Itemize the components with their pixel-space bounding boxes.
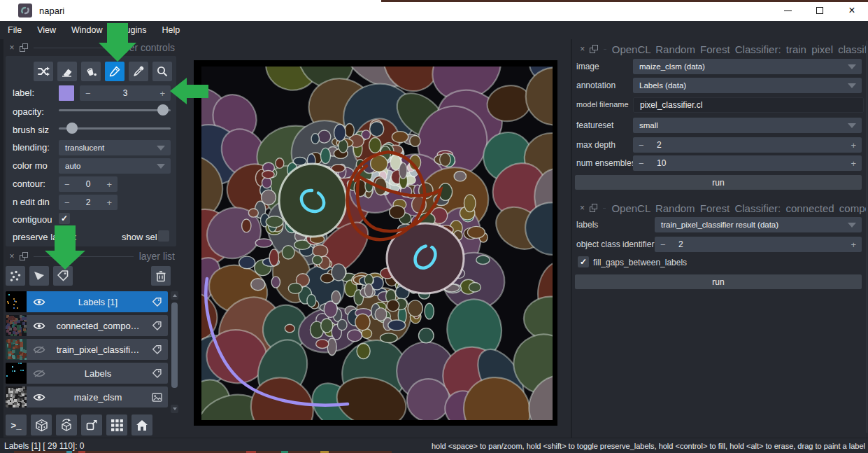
max-depth-spinbox[interactable]: − 2 + (633, 137, 862, 153)
scrollbar-up-button[interactable] (171, 291, 178, 300)
float-dock-icon[interactable] (590, 45, 597, 53)
visibility-eye-icon[interactable] (32, 298, 46, 307)
chevron-down-icon (848, 123, 856, 128)
max-depth-increment[interactable]: + (851, 140, 862, 151)
visibility-eye-icon[interactable] (32, 393, 46, 402)
chevron-down-icon (157, 164, 165, 169)
layer-controls-panel: label: − 3 + opacity: brush siz blending… (6, 56, 176, 246)
fill-tool-button[interactable] (81, 62, 101, 81)
model-filename-input[interactable]: pixel_classifier.cl (633, 97, 864, 113)
object-class-decrement[interactable]: − (655, 239, 666, 250)
object-class-increment[interactable]: + (851, 239, 862, 250)
featureset-dropdown[interactable]: small (633, 118, 862, 133)
napari-window: napari × File View Window Plugins Help ×… (0, 0, 868, 453)
layer-controls-title: layer controls (117, 42, 175, 53)
home-reset-view-button[interactable] (131, 414, 152, 435)
window-title: napari (39, 6, 64, 16)
grid-view-button[interactable] (106, 414, 127, 435)
new-points-layer-button[interactable] (6, 266, 25, 286)
opacity-slider[interactable] (59, 103, 171, 117)
delete-layer-button[interactable] (151, 266, 171, 286)
menu-file[interactable]: File (0, 21, 29, 39)
layer-row-labels-1[interactable]: Labels [1] (6, 291, 168, 312)
show-selected-checkbox[interactable] (158, 230, 169, 242)
float-dock-icon[interactable] (590, 204, 597, 212)
blending-value: translucent (65, 144, 104, 152)
maximize-button[interactable] (804, 0, 836, 21)
color-mode-value: auto (65, 162, 80, 170)
connected-run-button[interactable]: run (575, 274, 862, 289)
layer-row-labels[interactable]: Labels (6, 363, 168, 384)
menu-plugins[interactable]: Plugins (111, 21, 155, 39)
visibility-eye-icon-hidden[interactable] (32, 369, 46, 378)
image-layer-type-icon (150, 393, 164, 402)
canvas-viewport[interactable] (194, 60, 557, 426)
console-button[interactable]: >_ (6, 414, 27, 435)
layer-row-maize-clsm[interactable]: maize_clsm (6, 386, 168, 407)
annotation-dropdown[interactable]: Labels (data) (633, 78, 862, 93)
layer-name: Labels [1] (46, 297, 150, 307)
connected-widget-title: OpenCL Random Forest Classifier: connect… (611, 202, 866, 214)
ndisplay-toggle-button[interactable] (31, 414, 52, 435)
roll-dimensions-button[interactable] (56, 414, 77, 435)
image-dropdown[interactable]: maize_clsm (data) (633, 59, 862, 74)
layer-row-train-pixel-classifier[interactable]: train_pixel_classifi… (6, 339, 168, 360)
layer-row-connected-components[interactable]: connected_compo… (6, 315, 168, 336)
transpose-dimensions-button[interactable] (81, 414, 102, 435)
scrollbar-down-button[interactable] (171, 405, 178, 413)
n-edit-dim-spinbox[interactable]: − 2 + (59, 195, 118, 210)
model-filename-value: pixel_classifier.cl (640, 100, 702, 110)
close-dock-icon[interactable]: × (7, 251, 17, 261)
menu-bar: File View Window Plugins Help (0, 21, 868, 39)
max-depth-field-label: max depth (576, 140, 616, 150)
label-color-swatch[interactable] (59, 85, 74, 101)
close-dock-icon[interactable]: × (578, 203, 587, 213)
close-dock-icon[interactable]: × (7, 43, 17, 53)
blending-dropdown[interactable]: translucent (59, 140, 171, 155)
eraser-tool-button[interactable] (57, 62, 77, 81)
fill-gaps-checkbox[interactable]: ✓ (578, 256, 589, 267)
brush-size-slider[interactable] (59, 121, 171, 135)
scrollbar-handle[interactable] (171, 302, 178, 388)
layer-list-scrollbar[interactable] (171, 291, 178, 413)
menu-help[interactable]: Help (155, 21, 188, 39)
connected-widget-dock-header: × OpenCL Random Forest Classifier: conne… (578, 201, 866, 215)
layer-thumbnail (6, 291, 27, 312)
new-labels-layer-button[interactable] (53, 266, 73, 286)
napari-logo-icon (18, 4, 32, 18)
paint-brush-tool-button[interactable] (105, 62, 124, 81)
num-ensembles-spinbox[interactable]: − 10 + (633, 155, 862, 171)
float-dock-icon[interactable] (20, 252, 28, 260)
labels-dropdown[interactable]: train_pixel_classifier result (data) (655, 217, 862, 232)
layer-thumbnail (6, 363, 27, 384)
zoom-tool-button[interactable] (152, 62, 172, 81)
max-depth-decrement[interactable]: − (633, 140, 644, 151)
layer-list-title: layer list (139, 251, 175, 262)
labels-layer-type-icon (150, 297, 164, 307)
num-ensembles-decrement[interactable]: − (633, 158, 644, 169)
close-dock-icon[interactable]: × (578, 44, 587, 54)
contiguous-checkbox[interactable]: ✓ (59, 213, 70, 224)
label-spinbox[interactable]: − 3 + (80, 85, 171, 101)
visibility-eye-icon[interactable] (32, 321, 46, 330)
color-mode-dropdown[interactable]: auto (59, 158, 171, 174)
num-ensembles-increment[interactable]: + (851, 158, 862, 169)
contour-spinbox[interactable]: − 0 + (59, 176, 118, 192)
color-picker-tool-button[interactable] (129, 62, 148, 81)
visibility-eye-icon-hidden[interactable] (32, 345, 46, 354)
status-help-text: hold <space> to pan/zoom, hold <shift> t… (432, 442, 865, 450)
labels-layer-type-icon (150, 344, 164, 355)
minimize-button[interactable] (771, 0, 804, 21)
menu-view[interactable]: View (29, 21, 64, 39)
train-run-button[interactable]: run (575, 175, 862, 190)
close-button[interactable]: × (836, 0, 868, 21)
float-dock-icon[interactable] (20, 43, 28, 52)
new-shapes-layer-button[interactable] (29, 266, 49, 286)
object-class-identifier-spinbox[interactable]: − 2 + (655, 237, 862, 252)
menu-window[interactable]: Window (64, 21, 110, 39)
shuffle-colors-button[interactable] (34, 62, 53, 81)
preserve-labels-row-label: preserve labels: (13, 232, 77, 242)
layer-name: train_pixel_classifi… (46, 344, 150, 355)
num-ensembles-field-label: num ensembles (576, 158, 636, 168)
featureset-field-label: featureset (576, 120, 613, 130)
